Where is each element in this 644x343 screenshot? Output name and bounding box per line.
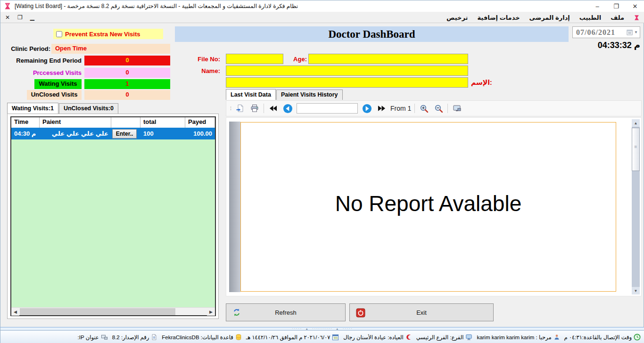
printer-icon — [250, 104, 259, 113]
remaining-end-period-label: Remaining End Period — [3, 57, 82, 64]
mdi-minimize-button[interactable]: ▁ — [30, 14, 34, 21]
toolbar-grip[interactable]: ⁞ — [230, 106, 231, 111]
refresh-icon — [232, 308, 241, 317]
report-toolbar: ⁞ From 1 — [226, 100, 642, 116]
user-icon — [553, 334, 560, 341]
name-input[interactable] — [226, 65, 468, 76]
tab-patient-visits-history[interactable]: Paient Visits History — [276, 90, 343, 100]
clock-icon — [634, 334, 641, 341]
next-page-button[interactable] — [361, 103, 372, 114]
tab-unclosed-visits[interactable]: UnClosed Visits:0 — [59, 103, 118, 114]
menu-logo-icon — [634, 15, 640, 21]
from-page-label: From 1 — [390, 105, 411, 112]
previous-page-button[interactable] — [282, 103, 293, 114]
mdi-restore-button[interactable]: ❐ — [17, 14, 23, 21]
status-item-welcome-user: مرحبا : karim karim karim karim — [477, 334, 560, 341]
print-report-button[interactable] — [249, 103, 260, 114]
crescent-icon — [405, 334, 412, 341]
prevent-extra-visits-label: Prevent Exstra New Visits — [65, 31, 140, 38]
unclosed-visits-label: UnClosed Visits — [27, 90, 82, 100]
refresh-button[interactable]: Refresh — [226, 303, 346, 321]
zoom-in-icon — [420, 104, 429, 113]
dashboard-title: Doctor DashBoard — [328, 28, 415, 41]
report-viewer: No Report Avalable ▲ ▼ — [226, 117, 642, 296]
toolbar-separator — [447, 104, 448, 113]
enter-visit-button[interactable]: Enter.. — [112, 129, 137, 139]
close-button[interactable]: ✕ — [626, 0, 644, 12]
monitor-icon — [465, 334, 472, 341]
visits-table: Time Paient total Payed م 04:30 علي علي … — [10, 116, 216, 316]
calendar-icon — [332, 334, 339, 341]
zoom-out-button[interactable] — [433, 103, 444, 114]
age-label: Age: — [285, 56, 307, 63]
table-h-scrollbar[interactable]: ◀ ▶ — [11, 307, 215, 315]
col-header-payed: Payed — [185, 117, 215, 128]
date-picker[interactable]: 07/06/2021 ▼ — [572, 26, 640, 38]
waiting-visits-value: 1 — [84, 79, 170, 89]
restore-button[interactable]: ❐ — [607, 0, 626, 12]
clinic-period-value: Open Time — [51, 44, 170, 54]
mdi-close-button[interactable]: ✕ — [5, 14, 10, 21]
export-icon — [236, 104, 244, 113]
tab-waiting-visits[interactable]: Wating Visits:1 — [7, 103, 58, 114]
report-margin-strip — [229, 122, 240, 292]
menu-item-doctor[interactable]: الطبيب — [579, 14, 601, 21]
date-value: 07/06/2021 — [576, 28, 627, 37]
table-empty-area — [11, 139, 215, 307]
status-item-version: رقم الإصدار: 8.2 — [112, 334, 158, 341]
first-page-button[interactable] — [267, 103, 279, 114]
refresh-label: Refresh — [275, 309, 297, 316]
visit-row[interactable]: م 04:30 علي علي علي علي Enter.. 100 100.… — [11, 128, 215, 139]
cell-patient: علي علي علي علي — [40, 130, 111, 137]
toolbar-separator — [414, 104, 415, 113]
h-scroll-thumb[interactable] — [20, 308, 175, 315]
status-item-ip-address: عنوان IP: — [78, 334, 108, 341]
age-input[interactable] — [308, 54, 468, 64]
status-item-clinic: العياده: عيادة الأسنان رجال — [343, 334, 412, 341]
status-bar: وقت الإتصال بالقاعدة:٠٤:٣١ م مرحبا : kar… — [0, 330, 644, 343]
menu-item-file[interactable]: ملف — [611, 14, 624, 21]
exit-button[interactable]: Exit — [349, 303, 494, 321]
col-header-patient: Paient — [40, 117, 111, 128]
scroll-down-arrow-icon[interactable]: ▼ — [632, 287, 640, 294]
toolbar-separator — [264, 104, 264, 113]
report-v-scrollbar[interactable]: ▲ ▼ — [632, 119, 640, 294]
cell-action: Enter.. — [111, 129, 140, 139]
menu-bar: ✕ ❐ ▁ ملف الطبيب إدارة المرضى خدمات إضاف… — [0, 12, 644, 23]
col-header-time: Time — [11, 117, 40, 128]
page-number-input[interactable] — [297, 103, 358, 114]
menu-item-patient-management[interactable]: إدارة المرضى — [529, 14, 570, 21]
dashboard-header: Doctor DashBoard — [175, 26, 569, 42]
next-page-icon — [362, 104, 372, 114]
database-icon — [235, 334, 242, 341]
menu-item-license[interactable]: ترخيص — [446, 14, 468, 21]
file-no-input[interactable] — [226, 54, 283, 64]
status-item-connection-time: وقت الإتصال بالقاعدة:٠٤:٣١ م — [564, 334, 641, 341]
date-dropdown-arrow-icon[interactable]: ▼ — [634, 30, 638, 34]
scroll-left-arrow-icon[interactable]: ◀ — [11, 308, 19, 316]
waiting-visits-panel: Time Paient total Payed م 04:30 علي علي … — [7, 114, 219, 319]
processed-visits-label: Prccessed Visits — [3, 69, 82, 76]
status-item-branch: الفرع: الفرع الرئيسي — [416, 334, 473, 341]
scroll-up-arrow-icon[interactable]: ▲ — [632, 119, 640, 127]
page-setup-button[interactable] — [451, 103, 462, 114]
export-report-button[interactable] — [234, 103, 246, 114]
first-page-icon — [269, 105, 277, 112]
bottom-splitter[interactable]: ····· ▴ ·········· ▴ ····· — [0, 327, 644, 330]
scroll-right-arrow-icon[interactable]: ▶ — [207, 308, 215, 316]
minimize-button[interactable]: – — [588, 0, 607, 12]
last-page-button[interactable] — [376, 103, 387, 114]
menu-item-extra-services[interactable]: خدمات إضافية — [477, 14, 520, 21]
waiting-visits-label: Wating Visits — [34, 79, 82, 89]
file-no-label: File No: — [187, 56, 220, 63]
cell-payed: 100.00 — [185, 130, 215, 137]
splitter-grip[interactable]: ····· ▴ ·········· ▴ ····· — [292, 327, 353, 330]
clinic-period-label: Clinic Period: — [3, 45, 50, 52]
tab-last-visit-data[interactable]: Last Visit Data — [226, 89, 276, 100]
prevent-extra-visits-checkbox[interactable] — [56, 31, 62, 37]
v-scroll-thumb[interactable] — [632, 128, 640, 171]
arabic-name-input[interactable] — [226, 77, 468, 88]
processed-visits-value: 0 — [84, 68, 170, 78]
calendar-picker-icon[interactable] — [627, 29, 633, 35]
zoom-in-button[interactable] — [418, 103, 429, 114]
